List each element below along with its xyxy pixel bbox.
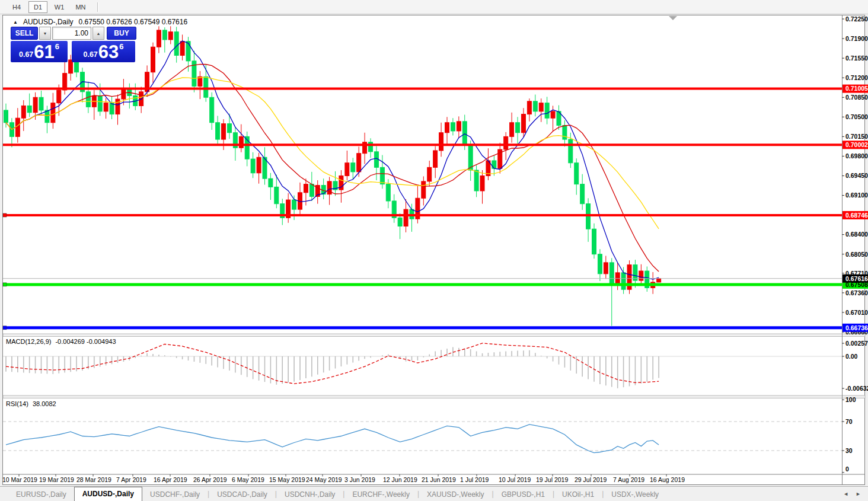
date-axis-label: 12 Jun 2019 bbox=[383, 476, 417, 483]
candle bbox=[445, 123, 449, 133]
candle bbox=[533, 101, 537, 111]
date-axis-label: 15 May 2019 bbox=[269, 476, 305, 483]
price-axis-tick: 0.71200 bbox=[845, 74, 868, 81]
chart-ohlc-values: 0.67550 0.67626 0.67549 0.67616 bbox=[79, 18, 188, 26]
tab-usdcnh-daily[interactable]: USDCNH-,Daily bbox=[277, 488, 343, 501]
candle bbox=[539, 103, 543, 111]
buy-price-prefix: 0.67 bbox=[83, 50, 97, 59]
candle bbox=[292, 200, 296, 209]
date-axis-label: 16 Aug 2019 bbox=[650, 476, 685, 483]
candle bbox=[598, 254, 602, 274]
candle bbox=[275, 187, 279, 203]
timeframe-button-w1[interactable]: W1 bbox=[50, 1, 69, 13]
candle bbox=[527, 101, 531, 114]
date-axis-label: 29 Jul 2019 bbox=[575, 476, 607, 483]
tab-usdx-weekly[interactable]: USDX-,Weekly bbox=[604, 488, 666, 501]
candle bbox=[27, 106, 31, 112]
buy-button[interactable]: BUY bbox=[107, 27, 136, 40]
candle bbox=[21, 106, 25, 118]
volume-increase-button[interactable]: ▲ bbox=[92, 27, 104, 40]
candle bbox=[110, 103, 114, 114]
chart-canvas[interactable]: 0.722500.719000.715500.712000.708500.705… bbox=[0, 0, 868, 501]
timeframe-button-d1[interactable]: D1 bbox=[28, 1, 47, 13]
tab-usdchf-daily[interactable]: USDCHF-,Daily bbox=[142, 488, 208, 501]
candle bbox=[39, 97, 43, 110]
tab-usdcad-daily[interactable]: USDCAD-,Daily bbox=[209, 488, 275, 501]
price-axis-tick: 0.67360 bbox=[845, 289, 868, 296]
volume-decrease-button[interactable]: ▼ bbox=[39, 27, 51, 40]
candle bbox=[427, 167, 432, 181]
candle bbox=[380, 167, 384, 184]
candle bbox=[45, 110, 49, 123]
candle bbox=[569, 139, 573, 163]
date-axis-label: 10 Jul 2019 bbox=[499, 476, 531, 483]
date-axis-label: 10 Mar 2019 bbox=[2, 476, 37, 483]
line-anchor-marker[interactable] bbox=[3, 283, 7, 286]
candle bbox=[422, 181, 426, 198]
candle bbox=[592, 229, 596, 254]
tab-eurusd-daily[interactable]: EURUSD-,Daily bbox=[8, 488, 74, 501]
candle bbox=[462, 122, 467, 145]
candle bbox=[451, 123, 455, 131]
candle bbox=[309, 184, 314, 197]
date-axis-label: 7 Apr 2019 bbox=[116, 476, 146, 483]
tab-gbpusd-h1[interactable]: GBPUSD-,H1 bbox=[494, 488, 553, 501]
candle bbox=[521, 114, 525, 133]
candle bbox=[174, 32, 178, 56]
candle bbox=[33, 97, 37, 113]
candle bbox=[492, 161, 496, 168]
date-axis-label: 1 Jul 2019 bbox=[460, 476, 489, 483]
candle bbox=[162, 30, 167, 40]
buy-price-panel[interactable]: 0.67 63 6 bbox=[72, 41, 135, 62]
rsi-pane-label: RSI(14) 38.0082 bbox=[6, 400, 56, 407]
candle bbox=[86, 92, 90, 107]
buy-price-sup: 6 bbox=[119, 42, 123, 51]
candle bbox=[351, 163, 355, 172]
macd-axis-tick: 0.002574 bbox=[845, 340, 868, 347]
price-label-text: 0.68746 bbox=[845, 212, 868, 219]
volume-input[interactable] bbox=[52, 27, 91, 40]
candle bbox=[57, 90, 61, 103]
candle bbox=[216, 123, 220, 139]
tab-eurchf-weekly[interactable]: EURCHF-,Weekly bbox=[344, 488, 417, 501]
line-anchor-marker[interactable] bbox=[3, 326, 7, 330]
tab-ukoil-h1[interactable]: UKOil-,H1 bbox=[554, 488, 602, 501]
chart-header: ▲ AUDUSD-,Daily 0.67550 0.67626 0.67549 … bbox=[13, 18, 187, 26]
tab-scroll-left-icon[interactable]: ◄ bbox=[843, 491, 848, 497]
timeframe-button-mn[interactable]: MN bbox=[71, 1, 90, 13]
macd-title: MACD(12,26,9) bbox=[6, 338, 51, 345]
tab-audusd-daily[interactable]: AUDUSD-,Daily bbox=[74, 487, 142, 501]
symbol-tab-bar: EURUSD-,DailyAUDUSD-,DailyUSDCHF-,Daily|… bbox=[0, 486, 868, 501]
price-axis-tick: 0.70150 bbox=[845, 133, 868, 140]
candle bbox=[657, 279, 661, 282]
price-axis-tick: 0.69100 bbox=[845, 192, 868, 199]
rsi-axis-tick: 30 bbox=[845, 447, 853, 454]
date-axis-label: 26 Apr 2019 bbox=[193, 476, 227, 483]
candle bbox=[186, 42, 190, 61]
candle bbox=[563, 125, 567, 139]
candle bbox=[621, 273, 626, 289]
macd-axis-tick: -0.006326 bbox=[845, 385, 868, 392]
tab-scroll-right-icon[interactable]: ► bbox=[856, 491, 861, 497]
date-axis-label: 3 Jun 2019 bbox=[344, 476, 375, 483]
candle bbox=[551, 111, 555, 118]
sell-price-panel[interactable]: 0.67 61 6 bbox=[11, 41, 68, 62]
trading-terminal: H4D1W1MN 0.722500.719000.715500.712000.7… bbox=[0, 0, 868, 501]
date-axis-label: 21 Jun 2019 bbox=[422, 476, 456, 483]
sell-price-prefix: 0.67 bbox=[19, 50, 33, 59]
price-axis-tick: 0.67010 bbox=[845, 309, 868, 316]
sell-button[interactable]: SELL bbox=[11, 27, 38, 40]
sell-price-big: 61 bbox=[34, 43, 54, 61]
candle bbox=[104, 103, 108, 111]
candle bbox=[609, 263, 614, 284]
line-anchor-marker[interactable] bbox=[3, 213, 7, 217]
candle bbox=[251, 159, 255, 173]
timeframe-button-h4[interactable]: H4 bbox=[7, 1, 26, 13]
candle bbox=[386, 184, 390, 201]
candle bbox=[204, 76, 208, 97]
collapse-triangle-icon[interactable]: ▲ bbox=[13, 20, 18, 25]
tab-xauusd-weekly[interactable]: XAUUSD-,Weekly bbox=[419, 488, 492, 501]
price-label-text: 0.70002 bbox=[845, 141, 868, 148]
price-axis-tick: 0.68400 bbox=[845, 231, 868, 238]
candle bbox=[510, 123, 514, 137]
